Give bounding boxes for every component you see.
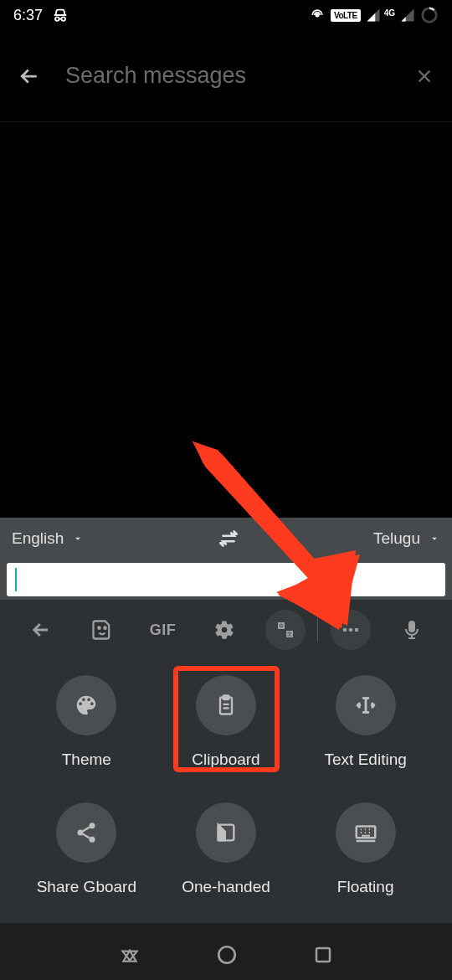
swap-languages-icon[interactable]	[218, 528, 239, 549]
nav-back-icon[interactable]	[119, 944, 141, 966]
close-icon[interactable]	[413, 65, 435, 87]
svg-point-21	[218, 946, 235, 963]
svg-rect-22	[316, 948, 330, 962]
loading-spinner-icon	[420, 6, 439, 24]
svg-point-7	[221, 627, 227, 633]
svg-rect-15	[223, 695, 229, 699]
search-header: Search messages	[0, 30, 452, 122]
clipboard-icon	[214, 694, 238, 717]
svg-point-10	[342, 628, 347, 632]
theme-label: Theme	[62, 750, 111, 769]
share-label: Share Gboard	[37, 878, 136, 896]
share-icon	[74, 821, 98, 844]
svg-point-17	[78, 830, 84, 836]
svg-point-12	[354, 628, 358, 632]
translate-bar: English Telugu	[0, 518, 452, 560]
svg-point-0	[55, 17, 59, 21]
gear-icon	[213, 619, 235, 641]
microphone-icon	[402, 620, 422, 640]
incognito-icon	[51, 6, 69, 24]
translate-button[interactable]: G 文	[254, 610, 316, 650]
svg-point-2	[316, 13, 318, 16]
more-horizontal-icon	[339, 618, 362, 642]
nav-bar	[0, 930, 452, 980]
status-bar: 6:37 VoLTE 4G	[0, 0, 452, 30]
back-arrow-icon[interactable]	[17, 64, 42, 89]
source-lang-label: English	[12, 529, 64, 548]
nav-home-icon[interactable]	[216, 944, 238, 966]
theme-button[interactable]: Theme	[17, 668, 157, 796]
signal-icon-2	[400, 8, 415, 23]
network-gen: 4G	[384, 8, 395, 18]
clipboard-label: Clipboard	[192, 750, 259, 769]
floating-label: Floating	[337, 878, 394, 896]
gif-label: GIF	[150, 622, 177, 639]
svg-point-4	[98, 627, 100, 629]
text-editing-label: Text Editing	[325, 750, 407, 769]
settings-button[interactable]	[193, 619, 254, 641]
translate-icon: G 文	[275, 620, 295, 640]
keyboard-toolbar: GIF G 文	[0, 600, 452, 660]
one-handed-button[interactable]: One-handed	[157, 796, 296, 923]
palette-icon	[74, 693, 99, 718]
clipboard-button[interactable]: Clipboard	[157, 668, 296, 796]
status-time: 6:37	[13, 7, 43, 24]
hotspot-icon	[309, 7, 326, 23]
more-button[interactable]	[320, 610, 381, 650]
chevron-down-icon	[72, 533, 84, 544]
svg-text:文: 文	[287, 631, 292, 637]
text-editing-button[interactable]: Text Editing	[295, 668, 435, 796]
sticker-button[interactable]	[71, 618, 132, 642]
search-input[interactable]: Search messages	[65, 63, 390, 89]
translate-input-row	[0, 560, 452, 600]
share-gboard-button[interactable]: Share Gboard	[17, 796, 157, 923]
svg-point-16	[90, 823, 95, 828]
svg-point-3	[423, 8, 437, 23]
svg-point-11	[348, 628, 352, 632]
nav-recent-icon[interactable]	[313, 945, 333, 965]
voice-button[interactable]	[381, 620, 442, 640]
floating-button[interactable]: Floating	[295, 796, 435, 923]
svg-point-1	[61, 17, 65, 21]
target-lang-label: Telugu	[373, 529, 420, 548]
svg-point-18	[90, 837, 95, 843]
svg-text:G: G	[279, 623, 283, 628]
one-handed-label: One-handed	[182, 878, 270, 896]
translate-input[interactable]	[7, 563, 445, 596]
source-language-dropdown[interactable]: English	[12, 529, 84, 548]
chevron-down-icon	[429, 533, 440, 544]
text-cursor-icon	[352, 691, 380, 720]
svg-point-5	[104, 627, 105, 629]
keyboard-options-grid: Theme Clipboard Text Editing Share	[0, 660, 452, 923]
arrow-left-icon	[29, 618, 53, 642]
gif-button[interactable]: GIF	[132, 622, 193, 639]
volte-badge: VoLTE	[331, 9, 361, 22]
target-language-dropdown[interactable]: Telugu	[373, 529, 440, 548]
svg-rect-13	[409, 622, 414, 632]
sticker-icon	[90, 618, 114, 642]
floating-keyboard-icon	[353, 820, 378, 845]
one-handed-icon	[214, 821, 238, 844]
toolbar-back-button[interactable]	[10, 618, 71, 642]
signal-icon	[366, 8, 381, 23]
